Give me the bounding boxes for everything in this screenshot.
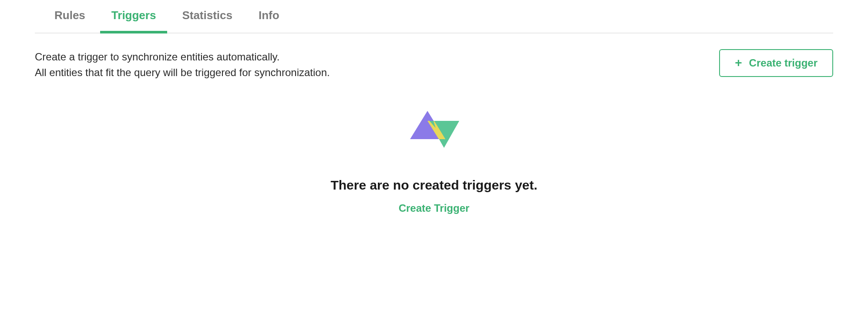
create-trigger-link[interactable]: Create Trigger	[399, 202, 470, 214]
tab-info[interactable]: Info	[259, 0, 279, 33]
description-line-1: Create a trigger to synchronize entities…	[35, 49, 330, 65]
tab-rules[interactable]: Rules	[54, 0, 85, 33]
description-line-2: All entities that fit the query will be …	[35, 65, 330, 80]
empty-state: There are no created triggers yet. Creat…	[35, 107, 833, 214]
tab-bar: Rules Triggers Statistics Info	[35, 0, 833, 33]
plus-icon: +	[735, 57, 742, 69]
tab-triggers[interactable]: Triggers	[111, 0, 156, 33]
main-container: Rules Triggers Statistics Info Create a …	[0, 0, 868, 214]
create-trigger-button-label: Create trigger	[749, 57, 818, 69]
description-text: Create a trigger to synchronize entities…	[35, 49, 330, 80]
tab-statistics[interactable]: Statistics	[182, 0, 232, 33]
empty-state-title: There are no created triggers yet.	[330, 178, 537, 193]
create-trigger-button[interactable]: + Create trigger	[719, 49, 833, 77]
triangles-icon	[404, 107, 464, 152]
header-row: Create a trigger to synchronize entities…	[35, 49, 833, 80]
